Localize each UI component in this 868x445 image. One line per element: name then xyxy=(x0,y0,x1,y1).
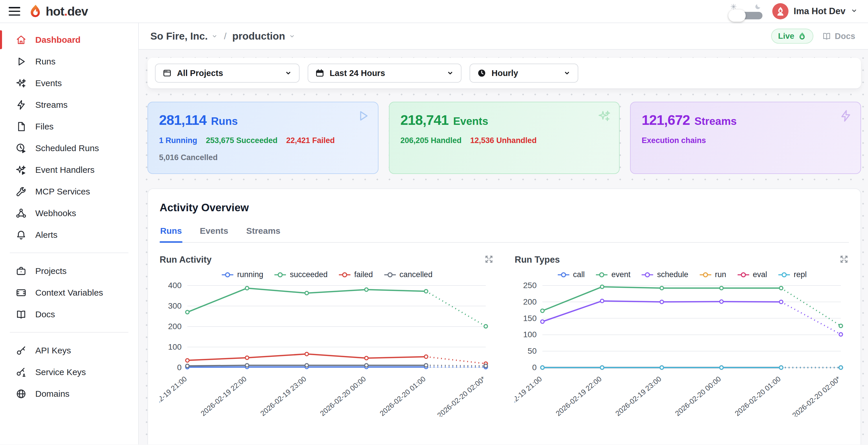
stat-value: 121,672 xyxy=(642,112,690,128)
chevron-down-icon xyxy=(851,7,858,15)
legend-item-running[interactable]: running xyxy=(221,270,263,279)
theme-toggle[interactable] xyxy=(729,3,763,19)
sidebar-item-label: Streams xyxy=(35,100,68,110)
run-activity-chart-panel: Run Activity runningsucceededfailedcance… xyxy=(160,254,494,417)
stat-detail-row: Execution chains xyxy=(642,136,849,145)
activity-overview-card: Activity Overview RunsEventsStreams Run … xyxy=(148,188,861,444)
sidebar-item-runs[interactable]: Runs xyxy=(0,51,138,72)
theme-toggle-track[interactable] xyxy=(729,12,763,19)
sidebar-item-event-handlers[interactable]: Event Handlers xyxy=(0,159,138,181)
filter-hourly[interactable]: Hourly xyxy=(470,64,578,83)
breadcrumb-bar: So Fire, Inc. / production Live Docs xyxy=(139,23,868,50)
svg-text:200: 200 xyxy=(523,297,537,306)
svg-text:2026-02-20 01:00: 2026-02-20 01:00 xyxy=(378,375,427,417)
section-title: Activity Overview xyxy=(160,202,849,214)
sidebar-item-api-keys[interactable]: API Keys xyxy=(0,340,138,361)
sidebar-item-service-keys[interactable]: Service Keys xyxy=(0,361,138,383)
tab-streams[interactable]: Streams xyxy=(246,226,281,242)
filter-all-projects[interactable]: All Projects xyxy=(155,64,300,83)
legend-item-call[interactable]: call xyxy=(557,270,585,279)
sidebar-item-label: Events xyxy=(35,78,62,88)
file-icon xyxy=(16,121,27,132)
stat-detail-row: 206,205 Handled12,536 Unhandled xyxy=(400,136,608,145)
brand-name: hot.dev xyxy=(46,4,88,19)
chart-title: Run Activity xyxy=(160,255,212,265)
legend-item-schedule[interactable]: schedule xyxy=(641,270,688,279)
sidebar-item-domains[interactable]: Domains xyxy=(0,383,138,405)
zap-icon xyxy=(839,109,852,124)
sidebar-item-events[interactable]: Events xyxy=(0,72,138,94)
sidebar-item-streams[interactable]: Streams xyxy=(0,94,138,116)
sidebar-item-label: Files xyxy=(35,122,54,131)
stat-value: 218,741 xyxy=(400,112,449,128)
legend-item-event[interactable]: event xyxy=(595,270,630,279)
svg-text:2026-02-20 01:00: 2026-02-20 01:00 xyxy=(733,375,782,417)
breadcrumb: So Fire, Inc. / production xyxy=(150,30,296,42)
sidebar-item-projects[interactable]: Projects xyxy=(0,260,138,282)
brand-logo[interactable]: hot.dev xyxy=(28,4,88,19)
legend-item-cancelled[interactable]: cancelled xyxy=(383,270,433,279)
filter-last-24-hours[interactable]: Last 24 Hours xyxy=(308,64,462,83)
dashboard-content: All ProjectsLast 24 HoursHourly 281,114R… xyxy=(139,50,868,444)
live-badge[interactable]: Live xyxy=(771,29,813,44)
sidebar-item-docs[interactable]: Docs xyxy=(0,304,138,325)
stat-detail: 1 Running xyxy=(159,136,197,145)
sidebar-item-files[interactable]: Files xyxy=(0,116,138,137)
svg-text:0: 0 xyxy=(177,363,182,372)
legend-item-succeeded[interactable]: succeeded xyxy=(274,270,328,279)
sidebar-item-mcp-services[interactable]: MCP Services xyxy=(0,181,138,202)
legend-marker-icon xyxy=(699,272,712,278)
svg-text:0: 0 xyxy=(532,363,537,372)
tab-runs[interactable]: Runs xyxy=(160,226,182,242)
expand-icon[interactable] xyxy=(484,254,494,265)
stat-card-streams[interactable]: 121,672StreamsExecution chains xyxy=(630,102,861,174)
user-name: Ima Hot Dev xyxy=(794,6,845,17)
legend-label: event xyxy=(611,270,630,279)
user-menu[interactable]: Ima Hot Dev xyxy=(772,3,858,19)
theme-toggle-thumb[interactable] xyxy=(728,9,746,22)
menu-button[interactable] xyxy=(9,7,20,15)
org-selector[interactable]: So Fire, Inc. xyxy=(150,30,218,42)
legend-marker-icon xyxy=(557,272,570,278)
svg-text:400: 400 xyxy=(168,281,182,290)
svg-text:2026-02-20 02:00*: 2026-02-20 02:00* xyxy=(791,375,842,417)
bell-icon xyxy=(16,229,27,241)
stat-headline: 281,114Runs xyxy=(159,112,367,128)
legend-label: run xyxy=(715,270,726,279)
chart-legend: calleventschedulerunevalrepl xyxy=(515,270,849,279)
sidebar-item-alerts[interactable]: Alerts xyxy=(0,224,138,246)
svg-text:2026-02-19 23:00: 2026-02-19 23:00 xyxy=(259,375,308,417)
sidebar-item-dashboard[interactable]: Dashboard xyxy=(0,29,138,51)
docs-link[interactable]: Docs xyxy=(822,31,855,41)
sidebar-item-scheduled-runs[interactable]: Scheduled Runs xyxy=(0,137,138,159)
legend-marker-icon xyxy=(274,272,287,278)
play-icon xyxy=(16,56,27,67)
tab-events[interactable]: Events xyxy=(199,226,229,242)
sidebar-item-label: Dashboard xyxy=(35,35,81,45)
sidebar-item-label: Context Variables xyxy=(35,288,103,298)
stat-detail: Execution chains xyxy=(642,136,706,145)
book-icon xyxy=(822,31,831,41)
stat-card-events[interactable]: 218,741Events206,205 Handled12,536 Unhan… xyxy=(389,102,620,174)
svg-text:100: 100 xyxy=(168,342,182,351)
chevron-down-icon xyxy=(288,30,296,42)
legend-item-run[interactable]: run xyxy=(699,270,726,279)
svg-text:2026-02-19 23:00: 2026-02-19 23:00 xyxy=(614,375,663,417)
sidebar-item-webhooks[interactable]: Webhooks xyxy=(0,202,138,224)
sidebar-item-context-variables[interactable]: Context Variables xyxy=(0,282,138,304)
stat-card-runs[interactable]: 281,114Runs1 Running253,675 Succeeded22,… xyxy=(148,102,378,174)
legend-item-eval[interactable]: eval xyxy=(737,270,767,279)
env-selector[interactable]: production xyxy=(232,30,296,42)
stat-unit: Runs xyxy=(211,115,238,127)
svg-text:150: 150 xyxy=(523,314,537,323)
stat-detail: 22,421 Failed xyxy=(286,136,335,145)
svg-text:200: 200 xyxy=(168,322,182,331)
sidebar-divider xyxy=(10,332,128,332)
cards-icon xyxy=(16,287,27,298)
chevron-down-icon xyxy=(284,69,292,77)
expand-icon[interactable] xyxy=(839,254,849,265)
legend-item-repl[interactable]: repl xyxy=(777,270,807,279)
legend-item-failed[interactable]: failed xyxy=(338,270,373,279)
book-icon xyxy=(16,309,27,320)
filter-label: Hourly xyxy=(492,68,518,78)
